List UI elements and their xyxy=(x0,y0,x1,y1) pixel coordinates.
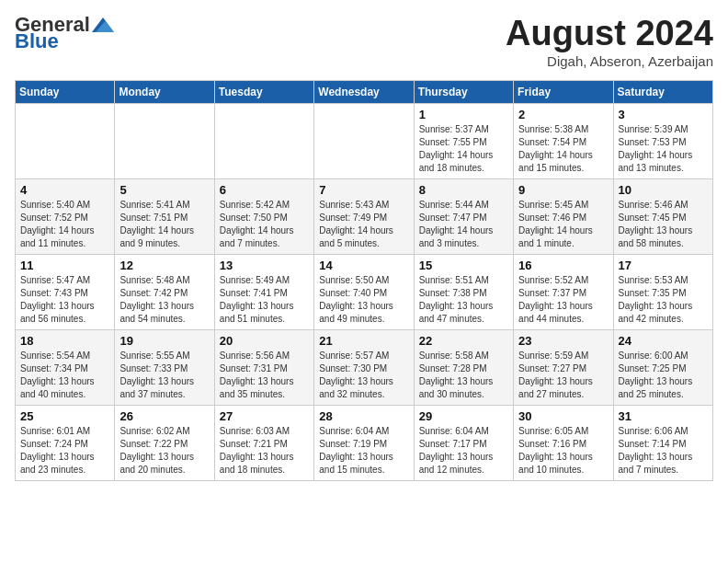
day-info: Sunrise: 6:01 AM Sunset: 7:24 PM Dayligh… xyxy=(20,425,109,477)
calendar-cell: 17Sunrise: 5:53 AM Sunset: 7:35 PM Dayli… xyxy=(613,254,712,329)
calendar-cell: 15Sunrise: 5:51 AM Sunset: 7:38 PM Dayli… xyxy=(414,254,513,329)
calendar-cell: 11Sunrise: 5:47 AM Sunset: 7:43 PM Dayli… xyxy=(16,254,115,329)
day-number: 7 xyxy=(319,183,408,197)
day-number: 8 xyxy=(419,183,508,197)
header: General Blue August 2024 Digah, Abseron,… xyxy=(15,15,713,69)
calendar-cell: 19Sunrise: 5:55 AM Sunset: 7:33 PM Dayli… xyxy=(115,329,214,405)
day-info: Sunrise: 5:55 AM Sunset: 7:33 PM Dayligh… xyxy=(119,350,209,401)
calendar-cell: 8Sunrise: 5:44 AM Sunset: 7:47 PM Daylig… xyxy=(414,178,513,254)
logo-blue: Blue xyxy=(15,31,59,52)
day-info: Sunrise: 5:40 AM Sunset: 7:52 PM Dayligh… xyxy=(20,199,109,250)
calendar-cell: 2Sunrise: 5:38 AM Sunset: 7:54 PM Daylig… xyxy=(514,103,613,178)
day-number: 18 xyxy=(20,334,109,348)
day-info: Sunrise: 5:48 AM Sunset: 7:42 PM Dayligh… xyxy=(119,274,209,326)
calendar-table: SundayMondayTuesdayWednesdayThursdayFrid… xyxy=(15,80,713,481)
day-number: 10 xyxy=(619,183,708,197)
calendar-cell: 24Sunrise: 6:00 AM Sunset: 7:25 PM Dayli… xyxy=(613,329,712,405)
day-number: 29 xyxy=(419,409,508,423)
calendar-cell: 31Sunrise: 6:06 AM Sunset: 7:14 PM Dayli… xyxy=(613,405,712,480)
calendar-cell: 9Sunrise: 5:45 AM Sunset: 7:46 PM Daylig… xyxy=(514,178,613,254)
header-wednesday: Wednesday xyxy=(314,80,414,103)
header-friday: Friday xyxy=(514,80,613,103)
header-tuesday: Tuesday xyxy=(214,80,313,103)
calendar-cell: 13Sunrise: 5:49 AM Sunset: 7:41 PM Dayli… xyxy=(214,254,313,329)
calendar-cell: 1Sunrise: 5:37 AM Sunset: 7:55 PM Daylig… xyxy=(414,103,513,178)
calendar-cell xyxy=(214,103,313,178)
title-area: August 2024 Digah, Abseron, Azerbaijan xyxy=(506,15,713,69)
day-info: Sunrise: 5:56 AM Sunset: 7:31 PM Dayligh… xyxy=(220,350,309,401)
calendar-cell: 12Sunrise: 5:48 AM Sunset: 7:42 PM Dayli… xyxy=(115,254,214,329)
calendar-cell xyxy=(16,103,115,178)
day-info: Sunrise: 5:49 AM Sunset: 7:41 PM Dayligh… xyxy=(220,274,309,326)
day-number: 2 xyxy=(518,108,608,121)
calendar-cell: 6Sunrise: 5:42 AM Sunset: 7:50 PM Daylig… xyxy=(214,178,313,254)
day-info: Sunrise: 5:38 AM Sunset: 7:54 PM Dayligh… xyxy=(518,123,608,175)
calendar-cell: 20Sunrise: 5:56 AM Sunset: 7:31 PM Dayli… xyxy=(214,329,313,405)
week-row-1: 4Sunrise: 5:40 AM Sunset: 7:52 PM Daylig… xyxy=(16,178,713,254)
header-thursday: Thursday xyxy=(414,80,513,103)
day-info: Sunrise: 5:47 AM Sunset: 7:43 PM Dayligh… xyxy=(20,274,109,326)
day-number: 20 xyxy=(220,334,309,348)
day-info: Sunrise: 6:04 AM Sunset: 7:17 PM Dayligh… xyxy=(419,425,508,477)
calendar-cell: 22Sunrise: 5:58 AM Sunset: 7:28 PM Dayli… xyxy=(414,329,513,405)
day-number: 31 xyxy=(619,409,708,423)
calendar-cell: 16Sunrise: 5:52 AM Sunset: 7:37 PM Dayli… xyxy=(514,254,613,329)
week-row-0: 1Sunrise: 5:37 AM Sunset: 7:55 PM Daylig… xyxy=(16,103,713,178)
day-number: 16 xyxy=(518,259,608,272)
day-number: 19 xyxy=(119,334,209,348)
day-info: Sunrise: 5:50 AM Sunset: 7:40 PM Dayligh… xyxy=(319,274,408,326)
month-year-title: August 2024 xyxy=(506,15,713,53)
day-info: Sunrise: 5:54 AM Sunset: 7:34 PM Dayligh… xyxy=(20,350,109,401)
day-number: 27 xyxy=(220,409,309,423)
day-number: 22 xyxy=(419,334,508,348)
calendar-cell xyxy=(314,103,414,178)
calendar-cell xyxy=(115,103,214,178)
calendar-cell: 14Sunrise: 5:50 AM Sunset: 7:40 PM Dayli… xyxy=(314,254,414,329)
calendar-cell: 5Sunrise: 5:41 AM Sunset: 7:51 PM Daylig… xyxy=(115,178,214,254)
day-number: 17 xyxy=(619,259,708,272)
day-info: Sunrise: 5:41 AM Sunset: 7:51 PM Dayligh… xyxy=(119,199,209,250)
calendar-cell: 23Sunrise: 5:59 AM Sunset: 7:27 PM Dayli… xyxy=(514,329,613,405)
calendar-cell: 30Sunrise: 6:05 AM Sunset: 7:16 PM Dayli… xyxy=(514,405,613,480)
calendar-cell: 29Sunrise: 6:04 AM Sunset: 7:17 PM Dayli… xyxy=(414,405,513,480)
day-info: Sunrise: 5:37 AM Sunset: 7:55 PM Dayligh… xyxy=(419,123,508,175)
header-sunday: Sunday xyxy=(16,80,115,103)
calendar-cell: 28Sunrise: 6:04 AM Sunset: 7:19 PM Dayli… xyxy=(314,405,414,480)
day-info: Sunrise: 6:02 AM Sunset: 7:22 PM Dayligh… xyxy=(119,425,209,477)
day-number: 6 xyxy=(220,183,309,197)
day-number: 3 xyxy=(619,108,708,121)
location-subtitle: Digah, Abseron, Azerbaijan xyxy=(506,53,713,69)
day-info: Sunrise: 5:51 AM Sunset: 7:38 PM Dayligh… xyxy=(419,274,508,326)
day-number: 25 xyxy=(20,409,109,423)
calendar-cell: 10Sunrise: 5:46 AM Sunset: 7:45 PM Dayli… xyxy=(613,178,712,254)
day-info: Sunrise: 5:59 AM Sunset: 7:27 PM Dayligh… xyxy=(518,350,608,401)
calendar-cell: 26Sunrise: 6:02 AM Sunset: 7:22 PM Dayli… xyxy=(115,405,214,480)
day-number: 15 xyxy=(419,259,508,272)
day-info: Sunrise: 5:53 AM Sunset: 7:35 PM Dayligh… xyxy=(619,274,708,326)
day-info: Sunrise: 5:39 AM Sunset: 7:53 PM Dayligh… xyxy=(619,123,708,175)
day-info: Sunrise: 5:52 AM Sunset: 7:37 PM Dayligh… xyxy=(518,274,608,326)
calendar-cell: 3Sunrise: 5:39 AM Sunset: 7:53 PM Daylig… xyxy=(613,103,712,178)
day-number: 14 xyxy=(319,259,408,272)
day-info: Sunrise: 6:05 AM Sunset: 7:16 PM Dayligh… xyxy=(518,425,608,477)
day-info: Sunrise: 6:00 AM Sunset: 7:25 PM Dayligh… xyxy=(619,350,708,401)
day-number: 12 xyxy=(119,259,209,272)
day-info: Sunrise: 5:44 AM Sunset: 7:47 PM Dayligh… xyxy=(419,199,508,250)
calendar-cell: 21Sunrise: 5:57 AM Sunset: 7:30 PM Dayli… xyxy=(314,329,414,405)
header-saturday: Saturday xyxy=(613,80,712,103)
day-number: 13 xyxy=(220,259,309,272)
week-row-2: 11Sunrise: 5:47 AM Sunset: 7:43 PM Dayli… xyxy=(16,254,713,329)
calendar-cell: 4Sunrise: 5:40 AM Sunset: 7:52 PM Daylig… xyxy=(16,178,115,254)
calendar-cell: 25Sunrise: 6:01 AM Sunset: 7:24 PM Dayli… xyxy=(16,405,115,480)
day-info: Sunrise: 5:43 AM Sunset: 7:49 PM Dayligh… xyxy=(319,199,408,250)
day-info: Sunrise: 5:46 AM Sunset: 7:45 PM Dayligh… xyxy=(619,199,708,250)
day-number: 26 xyxy=(119,409,209,423)
day-number: 9 xyxy=(518,183,608,197)
calendar-cell: 27Sunrise: 6:03 AM Sunset: 7:21 PM Dayli… xyxy=(214,405,313,480)
day-number: 28 xyxy=(319,409,408,423)
day-number: 24 xyxy=(619,334,708,348)
day-info: Sunrise: 5:57 AM Sunset: 7:30 PM Dayligh… xyxy=(319,350,408,401)
day-number: 21 xyxy=(319,334,408,348)
day-info: Sunrise: 5:58 AM Sunset: 7:28 PM Dayligh… xyxy=(419,350,508,401)
logo: General Blue xyxy=(15,15,114,52)
